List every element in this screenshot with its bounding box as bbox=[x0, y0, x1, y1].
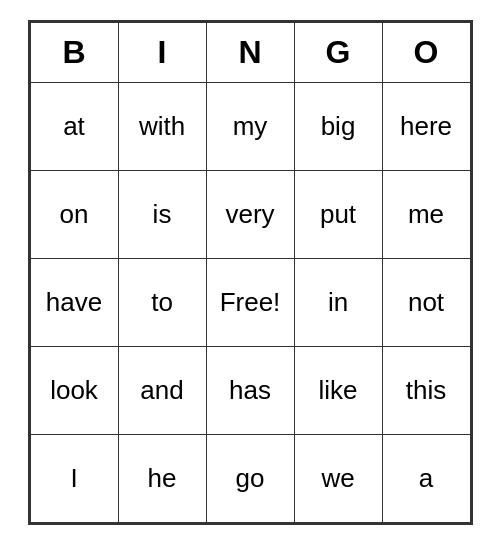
bingo-cell-3-0[interactable]: look bbox=[30, 346, 118, 434]
header-col-o: O bbox=[382, 22, 470, 82]
bingo-cell-2-1[interactable]: to bbox=[118, 258, 206, 346]
bingo-cell-1-2[interactable]: very bbox=[206, 170, 294, 258]
bingo-cell-0-2[interactable]: my bbox=[206, 82, 294, 170]
bingo-cell-1-0[interactable]: on bbox=[30, 170, 118, 258]
bingo-row-4: Ihegowea bbox=[30, 434, 470, 522]
bingo-cell-0-4[interactable]: here bbox=[382, 82, 470, 170]
bingo-cell-0-1[interactable]: with bbox=[118, 82, 206, 170]
header-col-b: B bbox=[30, 22, 118, 82]
header-col-n: N bbox=[206, 22, 294, 82]
bingo-cell-3-4[interactable]: this bbox=[382, 346, 470, 434]
bingo-cell-2-3[interactable]: in bbox=[294, 258, 382, 346]
bingo-cell-0-0[interactable]: at bbox=[30, 82, 118, 170]
bingo-row-2: havetoFree!innot bbox=[30, 258, 470, 346]
bingo-table: BINGO atwithmybighereonisveryputmehaveto… bbox=[30, 22, 471, 523]
bingo-row-0: atwithmybighere bbox=[30, 82, 470, 170]
bingo-cell-0-3[interactable]: big bbox=[294, 82, 382, 170]
header-col-g: G bbox=[294, 22, 382, 82]
bingo-cell-4-2[interactable]: go bbox=[206, 434, 294, 522]
bingo-row-3: lookandhaslikethis bbox=[30, 346, 470, 434]
bingo-cell-1-4[interactable]: me bbox=[382, 170, 470, 258]
bingo-cell-1-3[interactable]: put bbox=[294, 170, 382, 258]
bingo-cell-4-1[interactable]: he bbox=[118, 434, 206, 522]
bingo-cell-2-2[interactable]: Free! bbox=[206, 258, 294, 346]
bingo-cell-3-2[interactable]: has bbox=[206, 346, 294, 434]
bingo-cell-3-3[interactable]: like bbox=[294, 346, 382, 434]
bingo-row-1: onisveryputme bbox=[30, 170, 470, 258]
bingo-cell-2-4[interactable]: not bbox=[382, 258, 470, 346]
bingo-cell-4-3[interactable]: we bbox=[294, 434, 382, 522]
bingo-cell-2-0[interactable]: have bbox=[30, 258, 118, 346]
bingo-card: BINGO atwithmybighereonisveryputmehaveto… bbox=[28, 20, 473, 525]
header-col-i: I bbox=[118, 22, 206, 82]
bingo-cell-4-0[interactable]: I bbox=[30, 434, 118, 522]
bingo-cell-4-4[interactable]: a bbox=[382, 434, 470, 522]
bingo-cell-1-1[interactable]: is bbox=[118, 170, 206, 258]
header-row: BINGO bbox=[30, 22, 470, 82]
bingo-cell-3-1[interactable]: and bbox=[118, 346, 206, 434]
